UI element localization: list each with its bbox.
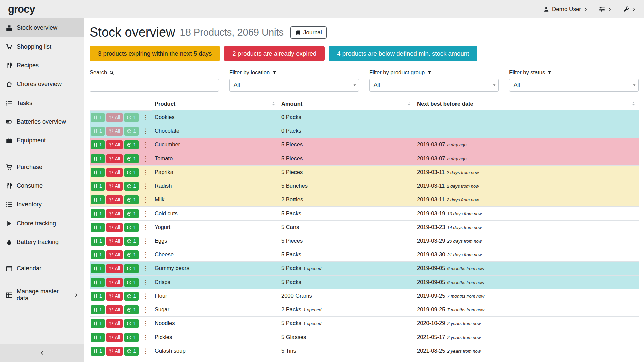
consume-one-button[interactable]: 1	[91, 305, 105, 314]
consume-one-button[interactable]: 1	[91, 264, 105, 273]
row-menu-button[interactable]: ⋮	[140, 306, 151, 313]
sidebar-item-recipes[interactable]: Recipes	[0, 56, 84, 75]
row-menu-button[interactable]: ⋮	[140, 155, 151, 162]
sidebar-collapse-button[interactable]	[0, 344, 84, 362]
consume-all-button[interactable]: All	[106, 195, 123, 204]
search-input[interactable]	[90, 79, 219, 92]
consume-all-button[interactable]: All	[106, 250, 123, 259]
open-one-button[interactable]: 1	[124, 347, 139, 356]
consume-one-button[interactable]: 1	[91, 182, 105, 191]
sidebar-item-purchase[interactable]: Purchase	[0, 158, 84, 176]
sidebar-item-batteries-overview[interactable]: Batteries overview	[0, 112, 84, 131]
row-menu-button[interactable]: ⋮	[140, 224, 151, 231]
open-one-button[interactable]: 1	[124, 209, 139, 218]
row-menu-button[interactable]: ⋮	[140, 265, 151, 272]
user-menu[interactable]: Demo User	[543, 6, 588, 13]
open-one-button[interactable]: 1	[124, 113, 139, 122]
consume-all-button[interactable]: All	[106, 127, 123, 136]
consume-all-button[interactable]: All	[106, 182, 123, 191]
open-one-button[interactable]: 1	[124, 333, 139, 342]
sidebar-item-battery-tracking[interactable]: Battery tracking	[0, 233, 84, 251]
consume-all-button[interactable]: All	[106, 154, 123, 163]
consume-all-button[interactable]: All	[106, 278, 123, 287]
consume-all-button[interactable]: All	[106, 168, 123, 177]
row-menu-button[interactable]: ⋮	[140, 183, 151, 189]
column-header-amount[interactable]: Amount	[279, 98, 414, 110]
consume-one-button[interactable]: 1	[91, 209, 105, 218]
row-menu-button[interactable]: ⋮	[140, 169, 151, 176]
consume-all-button[interactable]: All	[106, 292, 123, 301]
open-one-button[interactable]: 1	[124, 182, 139, 191]
expired-alert[interactable]: 2 products are already expired	[224, 46, 325, 61]
consume-one-button[interactable]: 1	[91, 113, 105, 122]
consume-one-button[interactable]: 1	[91, 347, 105, 356]
consume-one-button[interactable]: 1	[91, 319, 105, 328]
sidebar-item-manage-master-data[interactable]: Manage master data	[0, 286, 84, 304]
open-one-button[interactable]: 1	[124, 168, 139, 177]
consume-one-button[interactable]: 1	[91, 278, 105, 287]
column-header-product[interactable]: Product	[152, 98, 279, 110]
filter-by-product-group-select[interactable]: All	[369, 79, 499, 92]
sidebar-item-consume[interactable]: Consume	[0, 176, 84, 195]
consume-one-button[interactable]: 1	[91, 127, 105, 136]
row-menu-button[interactable]: ⋮	[140, 251, 151, 258]
row-menu-button[interactable]: ⋮	[140, 210, 151, 217]
consume-one-button[interactable]: 1	[91, 292, 105, 301]
below-min-stock-alert[interactable]: 4 products are below defined min. stock …	[329, 46, 477, 61]
consume-all-button[interactable]: All	[106, 305, 123, 314]
consume-one-button[interactable]: 1	[91, 154, 105, 163]
row-menu-button[interactable]: ⋮	[140, 348, 151, 354]
journal-button[interactable]: Journal	[290, 26, 327, 39]
open-one-button[interactable]: 1	[124, 319, 139, 328]
open-one-button[interactable]: 1	[124, 278, 139, 287]
consume-all-button[interactable]: All	[106, 209, 123, 218]
options-menu[interactable]	[599, 6, 612, 12]
row-menu-button[interactable]: ⋮	[140, 334, 151, 341]
row-menu-button[interactable]: ⋮	[140, 279, 151, 286]
consume-one-button[interactable]: 1	[91, 237, 105, 246]
sidebar-item-shopping-list[interactable]: Shopping list	[0, 37, 84, 56]
column-header-next-best-before-date[interactable]: Next best before date	[414, 98, 639, 110]
consume-all-button[interactable]: All	[106, 264, 123, 273]
sidebar-item-equipment[interactable]: Equipment	[0, 131, 84, 150]
consume-all-button[interactable]: All	[106, 319, 123, 328]
open-one-button[interactable]: 1	[124, 292, 139, 301]
row-menu-button[interactable]: ⋮	[140, 141, 151, 148]
open-one-button[interactable]: 1	[124, 264, 139, 273]
consume-one-button[interactable]: 1	[91, 140, 105, 149]
consume-one-button[interactable]: 1	[91, 168, 105, 177]
sidebar-item-inventory[interactable]: Inventory	[0, 195, 84, 214]
open-one-button[interactable]: 1	[124, 237, 139, 246]
consume-all-button[interactable]: All	[106, 140, 123, 149]
consume-one-button[interactable]: 1	[91, 223, 105, 232]
sidebar-item-tasks[interactable]: Tasks	[0, 94, 84, 112]
row-menu-button[interactable]: ⋮	[140, 293, 151, 299]
sidebar-item-chores-overview[interactable]: Chores overview	[0, 75, 84, 94]
consume-all-button[interactable]: All	[106, 333, 123, 342]
open-one-button[interactable]: 1	[124, 305, 139, 314]
sidebar-item-stock-overview[interactable]: Stock overview	[0, 18, 84, 37]
consume-one-button[interactable]: 1	[91, 250, 105, 259]
open-one-button[interactable]: 1	[124, 195, 139, 204]
consume-one-button[interactable]: 1	[91, 195, 105, 204]
consume-all-button[interactable]: All	[106, 347, 123, 356]
open-one-button[interactable]: 1	[124, 127, 139, 136]
row-menu-button[interactable]: ⋮	[140, 238, 151, 244]
filter-by-status-select[interactable]: All	[509, 79, 639, 92]
row-menu-button[interactable]: ⋮	[140, 196, 151, 203]
row-menu-button[interactable]: ⋮	[140, 320, 151, 327]
sidebar-item-calendar[interactable]: Calendar	[0, 259, 84, 278]
sidebar-item-chore-tracking[interactable]: Chore tracking	[0, 214, 84, 233]
row-menu-button[interactable]: ⋮	[140, 114, 151, 121]
open-one-button[interactable]: 1	[124, 140, 139, 149]
expiring-alert[interactable]: 3 products expiring within the next 5 da…	[90, 46, 220, 61]
open-one-button[interactable]: 1	[124, 154, 139, 163]
consume-all-button[interactable]: All	[106, 237, 123, 246]
filter-by-location-select[interactable]: All	[229, 79, 359, 92]
open-one-button[interactable]: 1	[124, 250, 139, 259]
app-logo[interactable]: grocy	[8, 3, 35, 15]
open-one-button[interactable]: 1	[124, 223, 139, 232]
admin-menu[interactable]	[623, 6, 636, 12]
consume-all-button[interactable]: All	[106, 223, 123, 232]
consume-all-button[interactable]: All	[106, 113, 123, 122]
